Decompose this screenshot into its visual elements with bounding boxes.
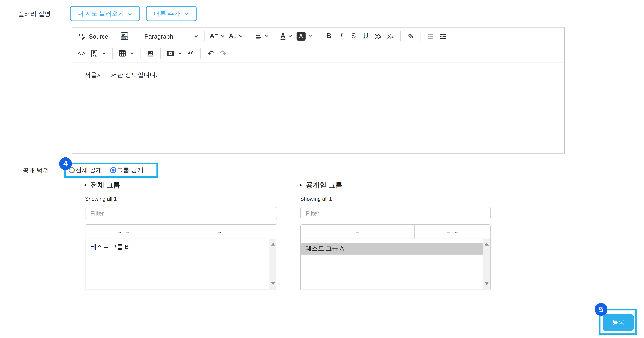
- radio-option-group[interactable]: 그룹 공개: [110, 166, 144, 174]
- visibility-options-highlight: 전체 공개 그룹 공개: [64, 162, 158, 178]
- indent-icon: [439, 32, 447, 40]
- toolbar-separator: [453, 31, 453, 42]
- subscript-2: 2: [379, 34, 382, 38]
- paragraph-dropdown[interactable]: Paragraph: [138, 30, 200, 43]
- image-icon: [146, 49, 155, 58]
- toolbar-separator: [114, 31, 114, 42]
- table-icon: [118, 49, 127, 58]
- chevron-down-icon: [184, 11, 189, 16]
- bold-button[interactable]: B: [323, 30, 335, 43]
- source-icon: [77, 32, 86, 41]
- publish-groups-listbox[interactable]: 테스트 그룹 A: [300, 238, 491, 290]
- inline-code-button[interactable]: <>: [76, 47, 88, 60]
- all-groups-list: 테스트 그룹 B: [86, 238, 277, 252]
- underline-button[interactable]: U: [360, 30, 372, 43]
- redo-button[interactable]: ↷: [217, 47, 229, 60]
- publish-groups-heading: ● 공개할 그룹: [300, 180, 342, 190]
- editor-toolbar: Source HTML Pa: [72, 28, 564, 62]
- move-right-button[interactable]: →: [162, 224, 277, 238]
- svg-text:HTML: HTML: [121, 36, 127, 39]
- radio-selected-icon[interactable]: [110, 167, 116, 173]
- font-family-icon: A: [210, 32, 214, 40]
- outdent-button[interactable]: [424, 30, 437, 43]
- toolbar-row-1: Source HTML Pa: [76, 28, 561, 45]
- publish-groups-list: 테스트 그룹 A: [301, 238, 490, 254]
- font-size-icon: A: [229, 32, 234, 40]
- scroll-down-icon[interactable]: [484, 282, 488, 285]
- list-item[interactable]: 테스트 그룹 B: [86, 242, 270, 252]
- font-background-color-icon: A: [296, 32, 306, 41]
- scrollbar[interactable]: [270, 239, 276, 289]
- scroll-up-icon[interactable]: [484, 242, 488, 246]
- font-family-dropdown[interactable]: A: [208, 30, 227, 43]
- radio-option-public[interactable]: 전체 공개: [69, 166, 102, 174]
- toolbar-separator: [275, 31, 275, 42]
- html-embed-button[interactable]: HTML: [118, 30, 131, 43]
- list-item-selected[interactable]: 테스트 그룹 A: [301, 242, 484, 254]
- radio-public-label: 전체 공개: [76, 166, 102, 174]
- subscript-x: X: [375, 33, 379, 40]
- rich-text-editor: Source HTML Pa: [72, 27, 565, 154]
- load-my-map-label: 내 지도 불러오기: [77, 10, 124, 18]
- all-groups-count: Showing all 1: [85, 196, 117, 202]
- insert-image-button[interactable]: [144, 47, 156, 60]
- block-quote-button[interactable]: “: [184, 49, 197, 62]
- all-groups-heading: ● 전체 그룹: [84, 180, 120, 190]
- toolbar-separator: [200, 48, 201, 59]
- publish-groups-count: Showing all 1: [300, 196, 332, 202]
- toolbar-separator: [249, 31, 250, 42]
- visibility-scope-label: 공개 범위: [22, 167, 49, 174]
- editor-content-area[interactable]: 서울시 도서관 정보입니다.: [72, 62, 564, 88]
- chevron-down-icon: [220, 34, 226, 39]
- chevron-down-icon: [238, 34, 244, 39]
- scroll-up-icon[interactable]: [271, 242, 275, 246]
- scroll-down-icon[interactable]: [271, 282, 275, 285]
- superscript-button[interactable]: X2: [384, 30, 397, 43]
- font-background-color-dropdown[interactable]: A: [295, 30, 315, 43]
- chevron-down-icon: [130, 51, 135, 56]
- all-groups-filter-input[interactable]: [85, 207, 277, 219]
- subscript-button[interactable]: X2: [372, 30, 384, 43]
- add-button-label: 버튼 추가: [154, 10, 180, 18]
- source-button[interactable]: Source: [76, 30, 110, 43]
- chevron-down-icon: [178, 51, 183, 56]
- move-all-left-button[interactable]: ← ←: [414, 224, 490, 238]
- font-size-arrow-icon: ↕: [234, 33, 236, 39]
- chevron-down-icon: [102, 51, 107, 56]
- align-icon: [255, 32, 262, 40]
- code-block-icon: [90, 49, 99, 58]
- html-embed-icon: HTML: [119, 31, 129, 41]
- strikethrough-button[interactable]: S: [347, 30, 360, 43]
- toolbar-separator: [160, 48, 160, 59]
- submit-button[interactable]: 등록: [603, 314, 634, 331]
- radio-group-label: 그룹 공개: [117, 166, 144, 174]
- load-my-map-button[interactable]: 내 지도 불러오기: [70, 6, 140, 21]
- insert-media-dropdown[interactable]: [164, 47, 184, 60]
- font-size-dropdown[interactable]: A ↕: [227, 30, 245, 43]
- text-alignment-dropdown[interactable]: [253, 30, 271, 43]
- add-button-button[interactable]: 버튼 추가: [146, 6, 197, 21]
- toolbar-separator: [134, 31, 135, 42]
- indent-button[interactable]: [437, 30, 449, 43]
- insert-table-dropdown[interactable]: [116, 47, 136, 60]
- gallery-description-label: 갤러리 설명: [18, 10, 50, 18]
- code-block-dropdown[interactable]: [88, 47, 108, 60]
- source-label: Source: [89, 33, 108, 40]
- move-left-button[interactable]: ←: [301, 224, 414, 238]
- publish-groups-filter-input[interactable]: [300, 207, 491, 219]
- italic-button[interactable]: I: [335, 30, 347, 43]
- font-color-dropdown[interactable]: A: [279, 30, 295, 43]
- font-color-icon: A: [280, 32, 285, 40]
- gallery-edit-form: 갤러리 설명 내 지도 불러오기 버튼 추가 Sour: [0, 0, 644, 338]
- undo-button[interactable]: ↶: [204, 47, 217, 60]
- all-groups-move-buttons: → → →: [85, 224, 277, 239]
- superscript-x: X: [387, 33, 392, 40]
- link-button[interactable]: [404, 30, 417, 43]
- page: 갤러리 설명 내 지도 불러오기 버튼 추가 Sour: [0, 0, 644, 338]
- move-all-right-button[interactable]: → →: [86, 224, 162, 238]
- toolbar-separator: [420, 31, 421, 42]
- link-icon: [406, 32, 415, 40]
- scrollbar[interactable]: [483, 239, 490, 289]
- paragraph-label: Paragraph: [144, 33, 193, 40]
- all-groups-listbox[interactable]: 테스트 그룹 B: [85, 238, 277, 290]
